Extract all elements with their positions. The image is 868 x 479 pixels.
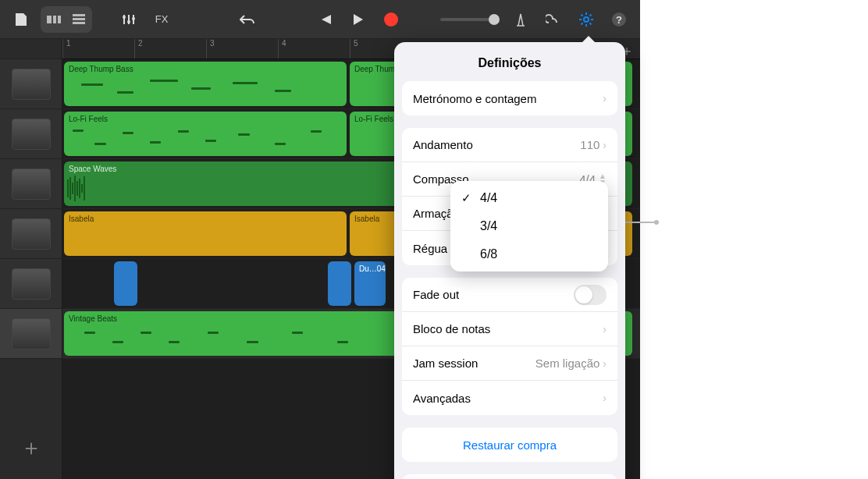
- region[interactable]: [114, 261, 137, 306]
- metronome-row[interactable]: Metrónomo e contagem ›: [402, 81, 617, 115]
- row-label: Andamento: [413, 138, 473, 151]
- metronome-button[interactable]: [507, 6, 534, 33]
- region-label: Du…04: [359, 264, 381, 273]
- add-track-button[interactable]: ＋: [16, 432, 47, 463]
- fx-button[interactable]: FX: [148, 6, 175, 33]
- svg-rect-4: [73, 18, 85, 20]
- notepad-row[interactable]: Bloco de notas ›: [402, 312, 617, 346]
- help-button[interactable]: ?: [606, 6, 632, 33]
- instrument-icon: [12, 169, 51, 200]
- instrument-icon: [12, 119, 51, 150]
- fadeout-row: Fade out: [402, 278, 617, 312]
- track-header-2[interactable]: [0, 109, 62, 159]
- play-button[interactable]: [345, 6, 372, 33]
- track-header-3[interactable]: [0, 159, 62, 209]
- tempo-value: 110: [580, 138, 599, 151]
- region[interactable]: Lo-Fi Feels: [64, 112, 347, 156]
- chevron-right-icon: ›: [603, 392, 607, 404]
- dropdown-option[interactable]: 3/4: [450, 212, 608, 240]
- track-header-5[interactable]: [0, 259, 62, 309]
- chevron-right-icon: ›: [603, 139, 607, 151]
- svg-point-6: [123, 16, 126, 19]
- popover-title: Definições: [402, 50, 617, 81]
- svg-point-7: [127, 20, 130, 23]
- region[interactable]: [328, 261, 351, 306]
- row-label: Jam session: [413, 357, 478, 370]
- undo-button[interactable]: [234, 6, 261, 33]
- settings-section: Restaurar compra: [402, 428, 617, 462]
- settings-button[interactable]: [573, 6, 599, 33]
- record-button[interactable]: [378, 6, 404, 33]
- fadeout-toggle[interactable]: [574, 285, 607, 305]
- track-header-6[interactable]: [0, 309, 62, 359]
- tracks-view-icon[interactable]: [67, 8, 91, 31]
- browser-view-icon[interactable]: [42, 8, 66, 31]
- svg-rect-2: [58, 16, 61, 23]
- ruler-mark: 3: [206, 39, 215, 59]
- region-label: Lo-Fi Feels: [69, 115, 342, 123]
- ruler-mark: 4: [278, 39, 286, 59]
- rewind-button[interactable]: [312, 6, 339, 33]
- row-label: Bloco de notas: [413, 322, 490, 335]
- region-label: Isabela: [69, 215, 342, 223]
- svg-text:?: ?: [616, 14, 622, 26]
- toolbar: FX ?: [0, 0, 640, 39]
- loop-button[interactable]: [540, 6, 567, 33]
- svg-rect-5: [73, 22, 85, 24]
- jam-row[interactable]: Jam session Sem ligação›: [402, 346, 617, 381]
- track-header-4[interactable]: [0, 209, 62, 259]
- instrument-icon: [12, 268, 51, 300]
- svg-rect-0: [47, 16, 52, 23]
- region-label: Deep Thump Bass: [69, 65, 342, 73]
- chevron-right-icon: ›: [603, 92, 607, 105]
- row-label: Avançadas: [413, 392, 471, 405]
- chevron-right-icon: ›: [603, 323, 607, 335]
- jam-value: Sem ligação: [535, 357, 600, 370]
- view-toggle[interactable]: [41, 6, 92, 33]
- svg-rect-3: [73, 14, 85, 16]
- tempo-row[interactable]: Andamento 110›: [402, 128, 617, 162]
- region[interactable]: Isabela: [64, 211, 347, 256]
- my-songs-button[interactable]: [8, 6, 34, 33]
- svg-point-8: [132, 17, 135, 20]
- volume-thumb[interactable]: [489, 14, 500, 25]
- ruler-mark: 2: [134, 39, 143, 59]
- settings-section: Fade out Bloco de notas › Jam session Se…: [402, 278, 617, 415]
- ruler-mark: 5: [350, 39, 358, 59]
- timesig-dropdown: 4/4 3/4 6/8: [450, 181, 608, 271]
- restore-purchase-button[interactable]: Restaurar compra: [402, 428, 617, 462]
- region[interactable]: Deep Thump Bass: [64, 62, 347, 106]
- region[interactable]: Du…04: [354, 261, 386, 306]
- instrument-icon: [12, 69, 51, 100]
- help-row[interactable]: Ajuda: [402, 474, 617, 479]
- track-header-1[interactable]: [0, 59, 62, 109]
- chevron-right-icon: ›: [603, 357, 607, 370]
- row-label: Restaurar compra: [463, 438, 557, 452]
- dropdown-option[interactable]: 4/4: [450, 184, 608, 212]
- instrument-icon: [12, 318, 51, 349]
- record-icon: [384, 12, 398, 27]
- svg-point-9: [584, 17, 589, 22]
- instrument-icon: [12, 218, 51, 250]
- ruler-mark: 1: [62, 39, 71, 59]
- row-label: Fade out: [413, 288, 459, 301]
- settings-section: Metrónomo e contagem ›: [402, 81, 617, 115]
- track-headers: [0, 39, 62, 479]
- advanced-row[interactable]: Avançadas ›: [402, 381, 617, 415]
- volume-slider[interactable]: [440, 18, 495, 21]
- track-controls-button[interactable]: [116, 6, 142, 33]
- settings-section: Ajuda: [402, 474, 617, 479]
- dropdown-option[interactable]: 6/8: [450, 240, 608, 268]
- svg-rect-1: [53, 16, 56, 23]
- row-label: Metrónomo e contagem: [413, 92, 536, 105]
